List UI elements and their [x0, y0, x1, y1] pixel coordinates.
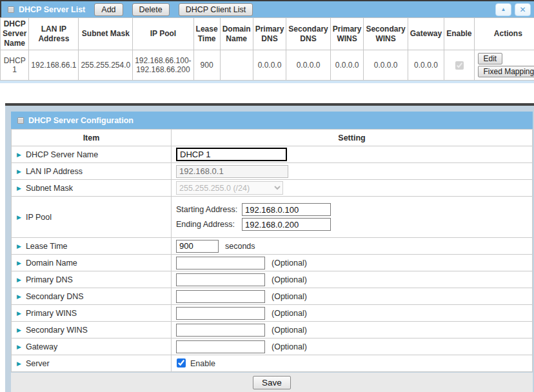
row-arrow-icon: ▶: [17, 260, 21, 266]
dhcp-server-configuration-table: Item Setting ▶DHCP Server Name ▶LAN IP A…: [11, 129, 533, 372]
row-subnet-mask: ▶Subnet Mask 255.255.255.0 (/24): [12, 180, 533, 197]
cell-primary-dns: 0.0.0.0: [253, 50, 286, 81]
col-secondary-dns: Secondary DNS: [286, 18, 330, 50]
starting-address-label: Starting Address:: [176, 205, 242, 214]
col-lease-time: Lease Time: [193, 18, 220, 50]
gateway-optional: (Optional): [272, 342, 307, 351]
col-domain-name: Domain Name: [220, 18, 253, 50]
row-arrow-icon: ▶: [17, 243, 21, 250]
save-button[interactable]: Save: [253, 376, 291, 389]
delete-button[interactable]: Delete: [132, 3, 170, 16]
row-arrow-icon: ▶: [17, 152, 21, 158]
domain-name-input[interactable]: [176, 257, 265, 270]
row-enable-checkbox: [455, 61, 464, 70]
row-dhcp-server-name: ▶DHCP Server Name: [12, 146, 533, 163]
row-primary-dns: ▶Primary DNS (Optional): [12, 271, 533, 288]
close-button[interactable]: ✕: [515, 3, 531, 16]
col-ip-pool: IP Pool: [133, 18, 193, 50]
cell-secondary-dns: 0.0.0.0: [286, 50, 330, 81]
lease-time-input[interactable]: [176, 240, 219, 253]
col-enable: Enable: [444, 18, 474, 50]
edit-button[interactable]: Edit: [478, 53, 503, 64]
cell-actions: Edit Fixed Mapping: [474, 50, 534, 81]
cell-domain-name: [220, 50, 253, 81]
row-gateway: ▶Gateway (Optional): [12, 338, 533, 355]
close-icon: ✕: [519, 6, 526, 14]
col-gateway: Gateway: [408, 18, 444, 50]
lan-ip-address-label: LAN IP Address: [26, 167, 83, 176]
config-footer: Save: [11, 373, 533, 392]
cell-subnet-mask: 255.255.254.0: [79, 50, 133, 81]
primary-wins-optional: (Optional): [272, 309, 307, 318]
row-arrow-icon: ▶: [17, 310, 21, 317]
panel-square-icon: [8, 6, 14, 13]
row-arrow-icon: ▶: [17, 327, 21, 333]
subnet-mask-label: Subnet Mask: [26, 184, 73, 193]
secondary-wins-label: Secondary WINS: [26, 326, 88, 335]
secondary-wins-input[interactable]: [176, 324, 265, 337]
collapse-button[interactable]: ▲: [495, 3, 511, 16]
primary-dns-input[interactable]: [176, 273, 265, 286]
panel-square-icon: [17, 117, 24, 124]
server-enable-checkbox[interactable]: [177, 358, 186, 368]
primary-wins-input[interactable]: [176, 307, 265, 320]
col-actions: Actions: [474, 18, 534, 50]
setting-header: Setting: [172, 130, 533, 146]
dhcp-server-list-header: DHCP Server List Add Delete DHCP Client …: [0, 0, 534, 17]
collapse-arrow-icon: ▲: [501, 7, 506, 12]
secondary-dns-optional: (Optional): [272, 292, 307, 301]
add-button[interactable]: Add: [94, 3, 123, 16]
row-secondary-dns: ▶Secondary DNS (Optional): [12, 288, 533, 305]
col-dhcp-server-name: DHCP Server Name: [1, 18, 29, 50]
row-lease-time: ▶Lease Time seconds: [12, 238, 533, 255]
row-arrow-icon: ▶: [17, 360, 21, 367]
dhcp-server-name-input[interactable]: [176, 148, 287, 161]
domain-name-label: Domain Name: [26, 259, 77, 268]
cell-ip-pool: 192.168.66.100-192.168.66.200: [133, 50, 193, 81]
row-secondary-wins: ▶Secondary WINS (Optional): [12, 322, 533, 338]
row-arrow-icon: ▶: [17, 168, 21, 175]
dhcp-server-configuration-header: DHCP Server Configuration: [11, 112, 533, 129]
config-header-row: Item Setting: [12, 130, 533, 146]
gateway-input[interactable]: [176, 340, 265, 353]
cell-enable: [444, 50, 474, 81]
dhcp-server-list-title: DHCP Server List: [19, 5, 85, 14]
row-arrow-icon: ▶: [17, 293, 21, 300]
col-lan-ip-address: LAN IP Address: [29, 18, 79, 50]
row-domain-name: ▶Domain Name (Optional): [12, 255, 533, 271]
table-row: DHCP 1 192.168.66.1 255.255.254.0 192.16…: [1, 50, 534, 81]
secondary-dns-input[interactable]: [176, 290, 265, 303]
dhcp-server-configuration-panel: DHCP Server Configuration Item Setting ▶…: [5, 103, 534, 392]
col-primary-wins: Primary WINS: [330, 18, 364, 50]
primary-dns-optional: (Optional): [272, 275, 307, 284]
dhcp-client-list-button[interactable]: DHCP Client List: [179, 3, 253, 16]
ending-address-input[interactable]: [242, 218, 331, 231]
col-subnet-mask: Subnet Mask: [79, 18, 133, 50]
item-header: Item: [12, 130, 172, 146]
dhcp-server-configuration-title: DHCP Server Configuration: [28, 116, 134, 125]
cell-gateway: 0.0.0.0: [408, 50, 444, 81]
lan-ip-address-input: [176, 165, 288, 178]
col-primary-dns: Primary DNS: [253, 18, 286, 50]
row-ip-pool: ▶IP Pool Starting Address: Ending Addres…: [12, 197, 533, 238]
primary-wins-label: Primary WINS: [26, 309, 77, 318]
cell-secondary-wins: 0.0.0.0: [364, 50, 408, 81]
secondary-dns-label: Secondary DNS: [26, 292, 84, 301]
fixed-mapping-button[interactable]: Fixed Mapping: [478, 66, 534, 77]
cell-primary-wins: 0.0.0.0: [330, 50, 364, 81]
table-header-row: DHCP Server Name LAN IP Address Subnet M…: [1, 18, 534, 50]
row-arrow-icon: ▶: [17, 214, 21, 220]
subnet-mask-select: 255.255.255.0 (/24): [176, 181, 283, 195]
col-secondary-wins: Secondary WINS: [364, 18, 408, 50]
row-server: ▶Server Enable: [12, 355, 533, 372]
starting-address-input[interactable]: [242, 203, 331, 216]
cell-server-name: DHCP 1: [1, 50, 29, 81]
primary-dns-label: Primary DNS: [26, 275, 73, 284]
lease-time-label: Lease Time: [26, 242, 68, 251]
row-lan-ip-address: ▶LAN IP Address: [12, 163, 533, 180]
row-primary-wins: ▶Primary WINS (Optional): [12, 305, 533, 322]
row-arrow-icon: ▶: [17, 185, 21, 191]
domain-name-optional: (Optional): [272, 259, 307, 268]
row-arrow-icon: ▶: [17, 277, 21, 283]
dhcp-server-name-label: DHCP Server Name: [26, 150, 98, 159]
